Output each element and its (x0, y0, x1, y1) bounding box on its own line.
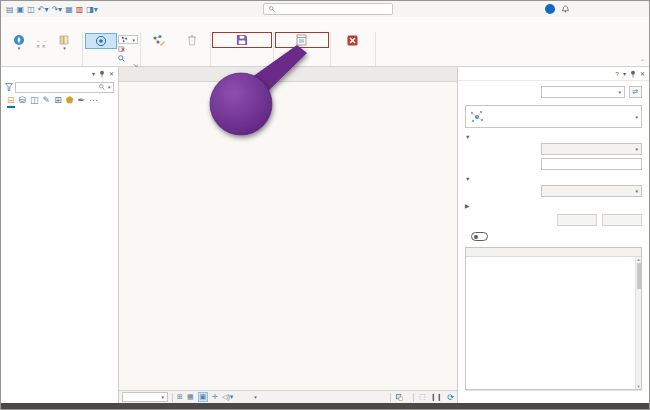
edit-neighborhoods-icon (152, 34, 165, 46)
pin-icon[interactable] (99, 70, 105, 78)
apply-button (602, 214, 642, 226)
save-icon[interactable]: ▤ (6, 5, 14, 14)
contents-menu-icon[interactable]: ▾ (92, 70, 95, 77)
ribbon-group-close-explorer (331, 32, 376, 66)
select-focal-feature-button[interactable] (85, 33, 117, 49)
conceptualization-dropdown[interactable]: ▾ (465, 105, 642, 128)
selection-icon (396, 394, 403, 401)
layers-icon[interactable]: ◨▾ (86, 5, 98, 14)
group-label-navigate (3, 58, 80, 66)
discard-all-edits-icon (187, 34, 197, 46)
sound-icon[interactable]: ◁)▾ (222, 393, 233, 401)
ribbon-group-export (211, 32, 274, 66)
group-label-export (213, 58, 271, 66)
search-icon (269, 6, 275, 12)
clear-neighborhood-button[interactable] (118, 45, 138, 53)
neighbors-table: ▲▼ (465, 247, 642, 390)
map-scale-dropdown[interactable]: ▾ (122, 392, 168, 402)
row-standardization-toggle[interactable] (471, 232, 488, 241)
contents-pane: ▾ ✕ ▾ ⊟ ⛁ ◫ ✎ ⊞ ⬟ ✒ ⋯ (1, 67, 119, 403)
neighborhood-pane-button[interactable] (276, 33, 328, 47)
ribbon-collapse-icon[interactable]: ⌃ (640, 58, 645, 65)
map-graphics (119, 82, 457, 390)
list-by-drawing-order-icon[interactable]: ⊟ (7, 95, 15, 108)
number-of-neighbors-input[interactable] (541, 158, 642, 170)
toolbox-icon[interactable]: ▥ (76, 5, 84, 14)
table-scrollbar[interactable]: ▲▼ (635, 257, 641, 389)
add-data-icon[interactable]: ⊞ (177, 393, 183, 401)
crosshair-icon[interactable]: ✛ (212, 393, 218, 401)
notifications-icon[interactable] (562, 5, 569, 13)
cancel-button (557, 214, 597, 226)
contents-close-icon[interactable]: ✕ (109, 70, 114, 77)
export-spatial-weights-matrix-button[interactable] (213, 33, 271, 47)
avatar[interactable] (545, 4, 555, 14)
contents-toolbar: ⊟ ⛁ ◫ ✎ ⊞ ⬟ ✒ ⋯ (1, 94, 118, 109)
filter-icon[interactable] (5, 83, 13, 91)
map-coordinates[interactable]: ▾ (251, 394, 257, 400)
project-icon[interactable]: ◫ (27, 5, 35, 14)
map-status-bar: ▾ ⊞ ▦ ▣ ✛ ◁)▾ ▾ ⬚ ❙❙ ⟳ (119, 390, 457, 403)
pause-drawing-icon[interactable]: ❙❙ (431, 393, 443, 401)
section-neighborhood-options[interactable]: ▼ (465, 134, 642, 140)
unique-id-field-dropdown[interactable]: ▾ (541, 86, 625, 98)
explore-button[interactable]: ▾ (3, 33, 35, 53)
ribbon-group-explore: ▾ ⇲ (83, 32, 141, 66)
quick-access-toolbar: ▤ ▣ ◫ ↶▾ ↷▾ ▦ ▥ ◨▾ (1, 5, 103, 14)
method-dropdown: ▾ (541, 185, 642, 197)
layer-tree (1, 114, 118, 403)
map-canvas[interactable] (119, 82, 457, 390)
search-icon (99, 84, 105, 90)
pane-close-icon[interactable]: ✕ (640, 70, 645, 77)
section-advanced-options[interactable]: ▶ (465, 203, 642, 209)
group-label-edit-spatial-weights (143, 58, 208, 66)
command-search-input[interactable] (263, 3, 393, 15)
grid-icon[interactable]: ▦ (187, 393, 194, 401)
view-neighbors-icon (121, 36, 128, 43)
view-tab-bar (119, 67, 457, 82)
clear-neighborhood-icon (118, 46, 125, 53)
close-explorer-icon (347, 34, 358, 46)
list-by-selection-icon[interactable]: ◫ (30, 95, 39, 106)
redo-icon[interactable]: ↷▾ (51, 5, 62, 14)
ribbon-group-edit-spatial-weights (141, 32, 211, 66)
main-area: ▾ ✕ ▾ ⊟ ⛁ ◫ ✎ ⊞ ⬟ ✒ ⋯ (1, 67, 649, 403)
knn-icon (469, 109, 485, 125)
ribbon-group-views (274, 32, 331, 66)
pane-menu-icon[interactable]: ▾ (623, 70, 626, 77)
snap-grid-icon[interactable]: ▣ (198, 392, 209, 402)
group-label-views (276, 58, 328, 66)
pane-help-icon[interactable]: ? (616, 71, 619, 77)
select-focal-feature-icon (95, 35, 107, 47)
neighborhood-pane-icon (296, 34, 307, 46)
navigate-arrows[interactable]: ← →✕ ✕ (36, 33, 47, 49)
arcgis-pro-window: { "titlebar": { "document_title": "Fairf… (0, 0, 650, 410)
discard-all-edits-button (176, 33, 208, 47)
close-explorer-button[interactable] (333, 33, 373, 47)
list-by-snapping-icon[interactable]: ⊞ (54, 95, 62, 106)
list-by-data-source-icon[interactable]: ⛁ (19, 95, 27, 106)
zoom-to-neighborhood-button[interactable] (118, 54, 138, 62)
open-icon[interactable]: ▣ (17, 5, 25, 14)
ribbon: ▾ ← →✕ ✕ ▾ ▾ (1, 32, 649, 67)
pane-bottom-tabs (465, 390, 642, 403)
list-by-charts-icon[interactable]: ✒ (78, 95, 86, 106)
refresh-icon[interactable]: ⟳ (447, 393, 454, 402)
refresh-fields-button[interactable]: ⇄ (629, 86, 642, 98)
edit-neighborhoods-button[interactable] (143, 33, 175, 47)
section-weighting-options[interactable]: ▼ (465, 176, 642, 182)
list-by-labeling-icon[interactable]: ⬟ (66, 95, 74, 106)
select-box-icon[interactable]: ⬚ (419, 393, 426, 401)
pane-pin-icon[interactable] (630, 70, 636, 78)
contents-search-input[interactable]: ▾ (15, 82, 114, 93)
list-by-editing-icon[interactable]: ✎ (43, 95, 51, 106)
undo-icon[interactable]: ↶▾ (38, 5, 49, 14)
map-tool-icon[interactable]: ▦ (65, 5, 73, 14)
window-bottom-edge (1, 403, 649, 410)
view-neighbors-dropdown[interactable]: ▾ (118, 35, 138, 44)
neighborhood-explorer-pane: ? ▾ ✕ ▾ ⇄ ▾ ▼ (457, 67, 649, 403)
more-tools-icon[interactable]: ⋯ (89, 95, 98, 106)
bookmarks-button[interactable]: ▾ (48, 33, 80, 53)
ribbon-group-navigate: ▾ ← →✕ ✕ ▾ (1, 32, 83, 66)
group-label-close-explorer (333, 58, 373, 66)
